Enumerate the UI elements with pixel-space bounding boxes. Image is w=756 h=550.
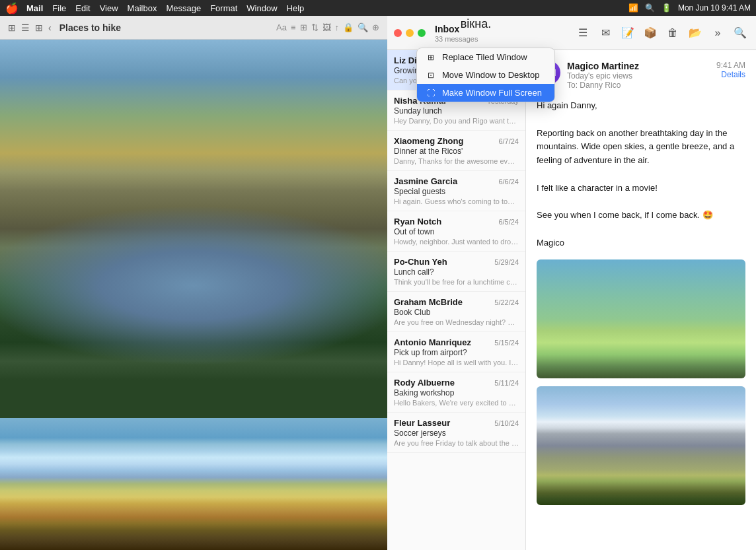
message-item[interactable]: Graham McBride 5/22/24 Book Club Are you…: [387, 292, 525, 332]
menu-item-mail[interactable]: Mail: [26, 3, 43, 13]
msg-sender: Po-Chun Yeh: [394, 257, 447, 267]
details-link[interactable]: Details: [716, 70, 745, 79]
more-icon[interactable]: »: [708, 24, 727, 42]
msg-sender: Rody Albuerne: [394, 378, 455, 388]
msg-sender: Xiaomeng Zhong: [394, 136, 463, 146]
menu-item-mailbox[interactable]: Mailbox: [128, 3, 157, 13]
msg-time: 6/6/24: [498, 178, 519, 186]
msg-subject: Dinner at the Ricos': [394, 147, 519, 156]
email-subject: Today's epic views: [567, 71, 716, 81]
sidebar-toggle-icon[interactable]: ⊞: [8, 22, 16, 33]
msg-time: 5/15/24: [494, 339, 519, 347]
table-icon[interactable]: ⊞: [300, 22, 307, 32]
context-menu: ⊞ Replace Tiled Window ⊡ Move Window to …: [416, 48, 555, 102]
minimize-button[interactable]: [406, 29, 414, 37]
text-size-icon[interactable]: Aa: [276, 22, 287, 32]
menu-item-file[interactable]: File: [52, 3, 66, 13]
search-left-icon[interactable]: 🔍: [358, 22, 368, 32]
msg-subject: Baking workshop: [394, 388, 519, 397]
share-icon[interactable]: ↑: [335, 22, 340, 32]
compose-icon[interactable]: ✉: [596, 24, 615, 42]
message-item[interactable]: Jasmine Garcia 6/6/24 Special guests Hi …: [387, 171, 525, 211]
msg-sender: Jasmine Garcia: [394, 176, 457, 186]
message-item[interactable]: Antonio Manriquez 5/15/24 Pick up from a…: [387, 332, 525, 372]
datetime-display: Mon Jun 10 9:41 AM: [678, 3, 751, 13]
replace-window-icon: ⊞: [425, 53, 437, 62]
move-icon[interactable]: 📂: [686, 24, 704, 42]
inbox-title: Inbox: [435, 24, 459, 34]
inbox-label-group: Inbox 33 messages: [435, 23, 478, 43]
msg-sender: Ryan Notch: [394, 217, 441, 226]
left-pane-header: ⊞ ☰ ⊞ ‹ Places to hike Aa ≡ ⊞ ⇅ 🖼 ↑ 🔒 🔍 …: [0, 16, 387, 40]
photo-top: [0, 40, 387, 418]
context-menu-item-replace[interactable]: ⊞ Replace Tiled Window: [417, 48, 554, 66]
maximize-button[interactable]: [418, 29, 426, 37]
share2-icon[interactable]: ⊕: [372, 22, 379, 32]
photo-bottom: [0, 418, 387, 550]
search-mail-icon[interactable]: 🔍: [731, 24, 749, 42]
right-pane: Inbox 33 messages ☰ ✉ 📝 📦 🗑 📂 » 🔍 ⊞ Repl…: [387, 16, 756, 550]
menu-item-view[interactable]: View: [100, 3, 118, 13]
lock-icon[interactable]: 🔒: [343, 22, 354, 32]
apple-menu-icon[interactable]: 🍎: [5, 2, 19, 15]
menu-item-help[interactable]: Help: [287, 3, 305, 13]
email-to: To: Danny Rico: [567, 81, 716, 90]
menu-item-edit[interactable]: Edit: [75, 3, 90, 13]
msg-preview: Hi Danny! Hope all is well with you. I'm…: [394, 359, 519, 366]
msg-subject: Special guests: [394, 187, 519, 196]
wifi-icon: 📶: [628, 3, 638, 13]
msg-preview: Are you free Friday to talk about the ne…: [394, 439, 519, 447]
grid-view-icon[interactable]: ⊞: [35, 22, 43, 33]
trash-icon[interactable]: 🗑: [663, 24, 682, 42]
msg-preview: Hello Bakers, We're very excited to have…: [394, 399, 519, 407]
new-message-icon[interactable]: 📝: [619, 24, 637, 42]
left-pane: ⊞ ☰ ⊞ ‹ Places to hike Aa ≡ ⊞ ⇅ 🖼 ↑ 🔒 🔍 …: [0, 16, 387, 550]
message-item[interactable]: Ryan Notch 6/5/24 Out of town Howdy, nei…: [387, 211, 525, 252]
traffic-lights: [394, 29, 426, 37]
msg-preview: Howdy, neighbor. Just wanted to drop a q…: [394, 238, 519, 246]
filter-icon[interactable]: ☰: [574, 24, 592, 42]
message-item[interactable]: Xiaomeng Zhong 6/7/24 Dinner at the Rico…: [387, 131, 525, 171]
context-menu-item-move-label: Move Window to Desktop: [442, 70, 539, 80]
menu-item-message[interactable]: Message: [166, 3, 201, 13]
context-menu-item-fullscreen[interactable]: ⛶ Make Window Full Screen: [417, 84, 554, 102]
search-menubar-icon[interactable]: 🔍: [645, 3, 655, 13]
message-item[interactable]: Po-Chun Yeh 5/29/24 Lunch call? Think yo…: [387, 252, 525, 292]
message-item[interactable]: Rody Albuerne 5/11/24 Baking workshop He…: [387, 372, 525, 413]
inbox-count: 33 messages: [435, 35, 478, 43]
back-icon[interactable]: ‹: [48, 22, 52, 33]
close-button[interactable]: [394, 29, 402, 37]
msg-time: 5/22/24: [494, 298, 519, 306]
msg-sender: Antonio Manriquez: [394, 337, 471, 347]
arch-scene-image: [0, 418, 387, 550]
message-list[interactable]: Liz Dizon 8:02 AM Growing up too fast! C…: [387, 50, 526, 550]
menubar: 🍎 Mail File Edit View Mailbox Message Fo…: [0, 0, 756, 16]
message-item[interactable]: Fleur Lasseur 5/10/24 Soccer jerseys Are…: [387, 413, 525, 453]
context-menu-item-move[interactable]: ⊡ Move Window to Desktop: [417, 66, 554, 84]
msg-time: 6/5/24: [498, 218, 519, 226]
mail-body: Liz Dizon 8:02 AM Growing up too fast! C…: [387, 50, 756, 550]
menu-item-format[interactable]: Format: [210, 3, 237, 13]
menu-item-window[interactable]: Window: [246, 3, 277, 13]
email-meta: MM Magico Martinez Today's epic views To…: [537, 61, 745, 90]
fullscreen-icon: ⛶: [425, 88, 437, 98]
image-icon[interactable]: 🖼: [322, 22, 331, 32]
msg-time: 6/7/24: [498, 137, 519, 145]
list-icon[interactable]: ≡: [291, 22, 296, 32]
list-view-icon[interactable]: ☰: [21, 22, 30, 33]
river-scene-image: [0, 40, 387, 418]
email-landscape-photo: [537, 259, 745, 378]
battery-icon: 🔋: [662, 3, 671, 13]
sort-icon[interactable]: ⇅: [311, 22, 319, 32]
email-image-2: [537, 386, 745, 505]
msg-subject: Pick up from airport?: [394, 348, 519, 357]
msg-time: 5/10/24: [494, 419, 519, 427]
archive-icon[interactable]: 📦: [641, 24, 660, 42]
mail-toolbar: Inbox 33 messages ☰ ✉ 📝 📦 🗑 📂 » 🔍 ⊞ Repl…: [387, 16, 756, 50]
msg-preview: Are you free on Wednesday night? Can't w…: [394, 318, 519, 326]
msg-preview: Hi again. Guess who's coming to town wit…: [394, 197, 519, 205]
msg-sender: Graham McBride: [394, 297, 463, 307]
left-pane-content: [0, 40, 387, 550]
email-mountain-photo: [537, 386, 745, 505]
main-area: ⊞ ☰ ⊞ ‹ Places to hike Aa ≡ ⊞ ⇅ 🖼 ↑ 🔒 🔍 …: [0, 16, 756, 550]
